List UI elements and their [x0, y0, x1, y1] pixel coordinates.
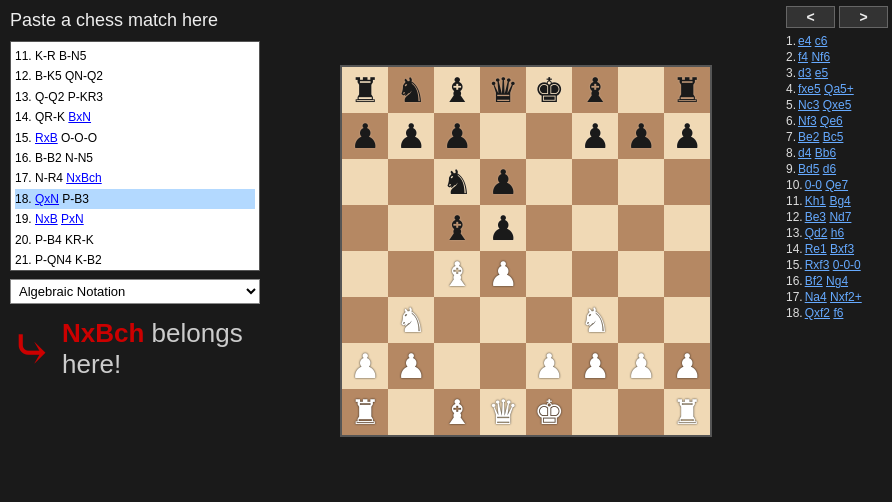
- board-cell[interactable]: ♚: [526, 389, 572, 435]
- black-move-link[interactable]: Bxf3: [830, 242, 854, 256]
- board-cell[interactable]: ♟: [388, 113, 434, 159]
- board-cell[interactable]: ♝: [434, 205, 480, 251]
- board-cell[interactable]: [480, 297, 526, 343]
- board-cell[interactable]: [526, 297, 572, 343]
- board-cell[interactable]: [434, 343, 480, 389]
- board-cell[interactable]: ♟: [618, 113, 664, 159]
- board-cell[interactable]: [664, 159, 710, 205]
- board-cell[interactable]: [342, 251, 388, 297]
- black-move-link[interactable]: Qa5+: [824, 82, 854, 96]
- board-cell[interactable]: ♛: [480, 389, 526, 435]
- board-cell[interactable]: [572, 205, 618, 251]
- board-cell[interactable]: [480, 113, 526, 159]
- board-cell[interactable]: ♟: [526, 343, 572, 389]
- board-cell[interactable]: ♞: [434, 159, 480, 205]
- white-move-link[interactable]: Be3: [805, 210, 826, 224]
- board-cell[interactable]: [342, 297, 388, 343]
- board-cell[interactable]: [526, 113, 572, 159]
- board-cell[interactable]: ♟: [434, 113, 480, 159]
- black-move-link[interactable]: Nxf2+: [830, 290, 862, 304]
- board-cell[interactable]: ♜: [342, 67, 388, 113]
- board-cell[interactable]: ♝: [434, 251, 480, 297]
- board-cell[interactable]: ♜: [664, 67, 710, 113]
- board-cell[interactable]: ♟: [388, 343, 434, 389]
- white-move-link[interactable]: Qxf2: [805, 306, 830, 320]
- board-cell[interactable]: [342, 159, 388, 205]
- black-move-link[interactable]: d6: [823, 162, 836, 176]
- board-cell[interactable]: ♟: [664, 113, 710, 159]
- board-cell[interactable]: [388, 159, 434, 205]
- board-cell[interactable]: [388, 205, 434, 251]
- board-cell[interactable]: ♝: [434, 389, 480, 435]
- white-move-link[interactable]: Be2: [798, 130, 819, 144]
- board-cell[interactable]: [664, 251, 710, 297]
- board-cell[interactable]: ♟: [664, 343, 710, 389]
- board-cell[interactable]: [388, 389, 434, 435]
- board-cell[interactable]: [388, 251, 434, 297]
- board-cell[interactable]: [526, 159, 572, 205]
- white-move-link[interactable]: e4: [798, 34, 811, 48]
- board-cell[interactable]: ♟: [480, 159, 526, 205]
- board-cell[interactable]: [618, 389, 664, 435]
- board-cell[interactable]: [526, 251, 572, 297]
- board-cell[interactable]: [434, 297, 480, 343]
- board-cell[interactable]: [618, 159, 664, 205]
- black-move-link[interactable]: Ng4: [826, 274, 848, 288]
- white-move-link[interactable]: fxe5: [798, 82, 821, 96]
- black-move-link[interactable]: Nd7: [829, 210, 851, 224]
- board-cell[interactable]: [618, 205, 664, 251]
- black-move-link[interactable]: Qxe5: [823, 98, 852, 112]
- board-cell[interactable]: [618, 297, 664, 343]
- white-move-link[interactable]: d4: [798, 146, 811, 160]
- board-cell[interactable]: ♟: [572, 343, 618, 389]
- board-cell[interactable]: ♟: [480, 205, 526, 251]
- white-move-link[interactable]: Na4: [805, 290, 827, 304]
- board-cell[interactable]: [342, 205, 388, 251]
- white-move-link[interactable]: Kh1: [805, 194, 826, 208]
- board-cell[interactable]: ♟: [342, 113, 388, 159]
- black-move-link[interactable]: 0-0-0: [833, 258, 861, 272]
- white-move-link[interactable]: Nc3: [798, 98, 819, 112]
- board-cell[interactable]: ♞: [388, 67, 434, 113]
- board-cell[interactable]: ♝: [572, 67, 618, 113]
- board-cell[interactable]: ♝: [434, 67, 480, 113]
- black-move-link[interactable]: h6: [831, 226, 844, 240]
- board-cell[interactable]: ♜: [342, 389, 388, 435]
- black-move-link[interactable]: c6: [815, 34, 828, 48]
- black-move-link[interactable]: Bg4: [829, 194, 850, 208]
- board-cell[interactable]: [572, 251, 618, 297]
- move-list-container[interactable]: 11. K-R B-N512. B-K5 QN-Q213. Q-Q2 P-KR3…: [10, 41, 260, 271]
- board-cell[interactable]: ♞: [572, 297, 618, 343]
- board-cell[interactable]: ♜: [664, 389, 710, 435]
- nav-next-button[interactable]: >: [839, 6, 888, 28]
- board-cell[interactable]: ♞: [388, 297, 434, 343]
- board-cell[interactable]: [618, 251, 664, 297]
- white-move-link[interactable]: Nf3: [798, 114, 817, 128]
- white-move-link[interactable]: 0-0: [805, 178, 822, 192]
- board-cell[interactable]: [618, 67, 664, 113]
- black-move-link[interactable]: f6: [833, 306, 843, 320]
- board-cell[interactable]: ♛: [480, 67, 526, 113]
- white-move-link[interactable]: Rxf3: [805, 258, 830, 272]
- board-cell[interactable]: ♟: [342, 343, 388, 389]
- white-move-link[interactable]: Bd5: [798, 162, 819, 176]
- white-move-link[interactable]: Bf2: [805, 274, 823, 288]
- white-move-link[interactable]: Re1: [805, 242, 827, 256]
- notation-select[interactable]: Algebraic NotationEnglish NotationLong A…: [10, 279, 260, 304]
- board-cell[interactable]: [572, 159, 618, 205]
- black-move-link[interactable]: Qe7: [825, 178, 848, 192]
- black-move-link[interactable]: Nf6: [811, 50, 830, 64]
- black-move-link[interactable]: Bc5: [823, 130, 844, 144]
- board-cell[interactable]: ♟: [480, 251, 526, 297]
- board-cell[interactable]: [526, 205, 572, 251]
- board-cell[interactable]: ♟: [618, 343, 664, 389]
- board-cell[interactable]: ♚: [526, 67, 572, 113]
- board-cell[interactable]: [572, 389, 618, 435]
- white-move-link[interactable]: Qd2: [805, 226, 828, 240]
- black-move-link[interactable]: Qe6: [820, 114, 843, 128]
- white-move-link[interactable]: f4: [798, 50, 808, 64]
- black-move-link[interactable]: Bb6: [815, 146, 836, 160]
- board-cell[interactable]: [664, 205, 710, 251]
- board-cell[interactable]: [664, 297, 710, 343]
- board-cell[interactable]: ♟: [572, 113, 618, 159]
